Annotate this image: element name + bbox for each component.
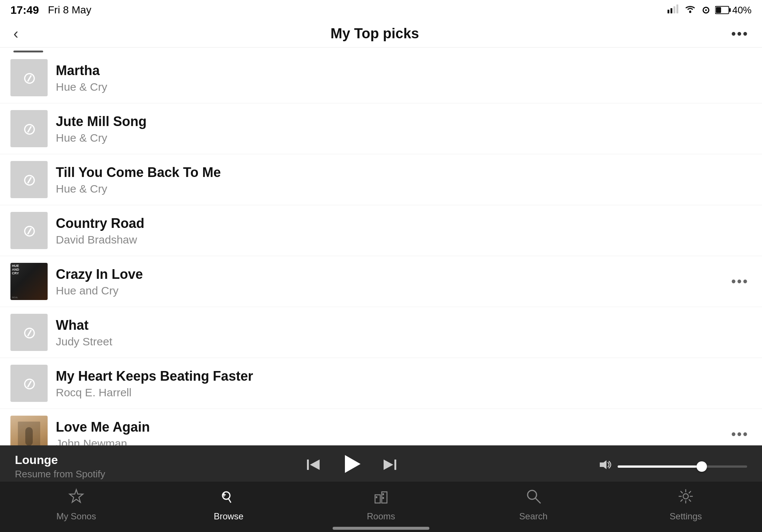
song-title: Martha (56, 62, 749, 80)
song-artist: Judy Street (56, 335, 749, 348)
svg-point-23 (683, 494, 688, 499)
song-info: My Heart Keeps Beating Faster Rocq E. Ha… (48, 368, 749, 399)
svg-rect-20 (382, 497, 384, 499)
song-thumbnail: ⊘ (10, 314, 48, 351)
no-art-icon: ⊘ (20, 220, 38, 242)
page-title: My Top picks (18, 26, 731, 42)
playback-controls (116, 453, 587, 480)
svg-rect-0 (667, 10, 669, 13)
playback-room: Lounge (15, 453, 105, 467)
next-button[interactable] (381, 457, 398, 477)
no-art-icon: ⊘ (20, 67, 38, 89)
song-title: Country Road (56, 215, 749, 232)
song-info: Crazy In Love Hue and Cry (48, 266, 724, 297)
song-title: Jute Mill Song (56, 113, 749, 130)
svg-marker-10 (345, 455, 361, 473)
list-item[interactable]: ⊘ My Heart Keeps Beating Faster Rocq E. … (0, 358, 762, 409)
song-info: What Judy Street (48, 317, 749, 348)
svg-point-4 (689, 11, 691, 13)
svg-marker-14 (70, 490, 83, 502)
scroll-indicator (0, 48, 762, 52)
nav-label-search: Search (519, 511, 548, 522)
song-more-button[interactable]: ••• (724, 271, 749, 292)
no-art-icon: ⊘ (20, 373, 38, 394)
song-artist: Hue & Cry (56, 183, 749, 195)
play-button[interactable] (340, 453, 363, 480)
my-sonos-icon (68, 488, 84, 508)
volume-track[interactable] (618, 465, 747, 468)
song-title: My Heart Keeps Beating Faster (56, 368, 749, 385)
svg-rect-11 (394, 460, 396, 470)
svg-rect-1 (670, 8, 672, 13)
no-art-icon: ⊘ (20, 169, 38, 191)
nav-label-browse: Browse (214, 511, 243, 522)
home-indicator (333, 527, 429, 530)
song-more-button[interactable]: ••• (724, 423, 749, 445)
signal-icon (667, 4, 679, 16)
nav-item-rooms[interactable]: Rooms (351, 488, 411, 522)
list-item[interactable]: ⊘ What Judy Street (0, 307, 762, 358)
song-thumbnail: ⊘ (10, 365, 48, 402)
volume-icon (598, 458, 612, 475)
song-title: Till You Come Back To Me (56, 164, 749, 181)
status-date: Fri 8 May (48, 4, 92, 16)
settings-icon (678, 488, 694, 508)
song-artist: Hue and Cry (56, 284, 724, 297)
nav-item-my-sonos[interactable]: My Sonos (47, 488, 106, 522)
page-header: ‹ My Top picks ••• (0, 19, 762, 48)
song-list: ⊘ Martha Hue & Cry ⊘ Jute Mill Song Hue … (0, 52, 762, 511)
svg-rect-16 (375, 495, 380, 503)
svg-rect-19 (382, 493, 384, 495)
svg-rect-8 (307, 460, 309, 470)
song-artist: David Bradshaw (56, 233, 749, 246)
playback-info: Lounge Resume from Spotify (15, 453, 105, 480)
list-item[interactable]: ⊘ Jute Mill Song Hue & Cry (0, 103, 762, 154)
playback-source: Resume from Spotify (15, 468, 105, 480)
search-icon (525, 488, 542, 508)
svg-marker-12 (384, 460, 393, 470)
svg-marker-9 (310, 460, 320, 470)
back-button[interactable]: ‹ (13, 25, 18, 42)
song-artist: Hue & Cry (56, 132, 749, 144)
status-time: 17:49 (10, 4, 39, 16)
song-info: Country Road David Bradshaw (48, 215, 749, 246)
svg-line-22 (535, 498, 540, 503)
song-info: Till You Come Back To Me Hue & Cry (48, 164, 749, 196)
status-bar: 17:49 Fri 8 May ⊙ (0, 0, 762, 19)
nav-label-my-sonos: My Sonos (56, 511, 96, 522)
status-icons: ⊙ 40% (667, 4, 752, 16)
svg-rect-6 (729, 8, 731, 12)
song-thumbnail: ⊘ (10, 110, 48, 147)
volume-thumb[interactable] (697, 461, 707, 472)
more-options-button[interactable]: ••• (731, 26, 749, 42)
volume-fill (618, 465, 702, 468)
no-art-icon: ⊘ (20, 118, 38, 140)
location-icon: ⊙ (702, 4, 710, 16)
list-item[interactable]: ⊘ Country Road David Bradshaw (0, 205, 762, 256)
nav-item-browse[interactable]: Browse (199, 488, 258, 522)
list-item[interactable]: ⊘ Martha Hue & Cry (0, 52, 762, 103)
prev-button[interactable] (305, 457, 322, 477)
svg-marker-13 (600, 460, 606, 469)
svg-rect-18 (376, 496, 377, 498)
nav-item-search[interactable]: Search (504, 488, 563, 522)
wifi-icon (684, 4, 697, 16)
song-artist: Rocq E. Harrell (56, 386, 749, 399)
svg-rect-3 (676, 4, 678, 13)
list-item[interactable]: HUEANDCRY SOUL Crazy In Love Hue and Cry… (0, 256, 762, 307)
song-title: Love Me Again (56, 419, 724, 436)
song-thumbnail: ⊘ (10, 212, 48, 249)
svg-rect-2 (673, 6, 675, 13)
bottom-navigation: My Sonos Browse Rooms (0, 481, 762, 532)
song-artist: Hue & Cry (56, 81, 749, 93)
svg-rect-7 (716, 7, 721, 13)
no-art-icon: ⊘ (20, 322, 38, 344)
volume-control[interactable] (598, 458, 747, 475)
battery-icon: 40% (715, 4, 752, 16)
rooms-icon (373, 488, 389, 508)
list-item[interactable]: ⊘ Till You Come Back To Me Hue & Cry (0, 154, 762, 205)
song-thumbnail: ⊘ (10, 59, 48, 96)
nav-item-settings[interactable]: Settings (656, 488, 715, 522)
song-title: Crazy In Love (56, 266, 724, 283)
song-thumbnail: ⊘ (10, 161, 48, 198)
